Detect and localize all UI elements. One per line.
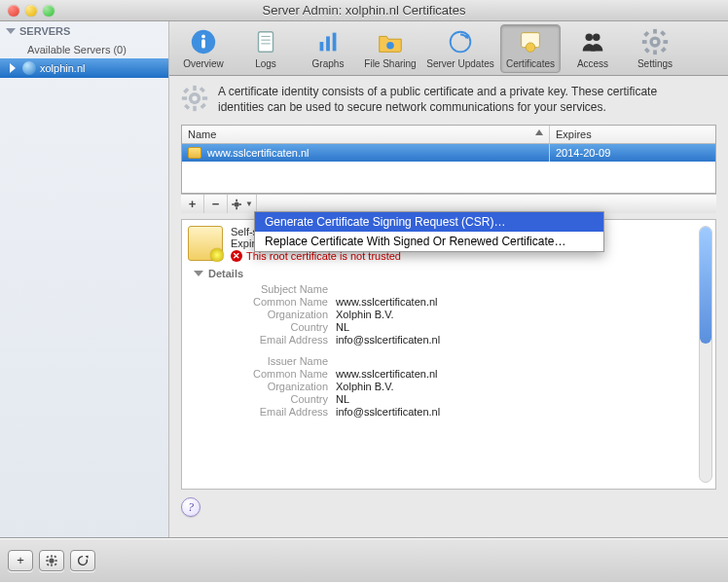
tool-label: Server Updates bbox=[426, 58, 493, 69]
svg-rect-8 bbox=[326, 36, 330, 51]
svg-rect-48 bbox=[55, 563, 57, 566]
kv-value: NL bbox=[336, 393, 349, 405]
main-pane: Overview Logs Graphs File Sharing Server… bbox=[169, 21, 728, 537]
cert-expires: 2014-20-09 bbox=[550, 144, 715, 162]
svg-rect-9 bbox=[333, 33, 337, 52]
svg-point-26 bbox=[653, 40, 658, 45]
svg-rect-25 bbox=[644, 48, 650, 54]
add-button[interactable]: + bbox=[181, 195, 204, 213]
svg-rect-40 bbox=[232, 203, 234, 205]
footer-gear-button[interactable] bbox=[39, 550, 64, 571]
issuer-name-header: Issuer Name bbox=[231, 355, 336, 367]
menu-item-replace-cert[interactable]: Replace Certificate With Signed Or Renew… bbox=[255, 232, 603, 251]
sort-indicator-icon bbox=[535, 129, 543, 135]
sidebar-item-xolphin[interactable]: xolphin.nl bbox=[0, 58, 168, 78]
col-header-name[interactable]: Name bbox=[182, 126, 550, 143]
kv-value: www.sslcertificaten.nl bbox=[336, 368, 438, 380]
tool-label: Settings bbox=[637, 58, 673, 69]
help-button[interactable]: ? bbox=[181, 497, 200, 517]
svg-rect-29 bbox=[193, 106, 197, 111]
svg-point-11 bbox=[451, 32, 471, 53]
titlebar: Server Admin: xolphin.nl Certificates bbox=[0, 0, 728, 21]
kv-key: Email Address bbox=[231, 406, 336, 418]
cert-name: www.sslcertificaten.nl bbox=[207, 147, 309, 159]
table-row[interactable]: www.sslcertificaten.nl 2014-20-09 bbox=[182, 144, 715, 162]
close-icon[interactable] bbox=[8, 5, 19, 17]
chevron-down-icon bbox=[194, 271, 203, 276]
tool-graphs[interactable]: Graphs bbox=[298, 24, 358, 73]
svg-rect-32 bbox=[183, 88, 189, 93]
kv-key: Country bbox=[231, 393, 336, 405]
svg-rect-44 bbox=[51, 564, 53, 566]
window-controls bbox=[8, 5, 55, 17]
tool-certificates[interactable]: Certificates bbox=[500, 24, 561, 73]
svg-point-1 bbox=[201, 35, 205, 39]
gear-icon bbox=[231, 198, 244, 211]
certificate-icon bbox=[188, 226, 223, 261]
logs-icon bbox=[251, 27, 280, 56]
sidebar-section-servers[interactable]: SERVERS bbox=[0, 21, 168, 41]
svg-point-42 bbox=[49, 558, 54, 563]
svg-rect-50 bbox=[47, 563, 50, 566]
kv-key: Organization bbox=[231, 381, 336, 392]
minimize-icon[interactable] bbox=[25, 5, 37, 17]
svg-rect-47 bbox=[47, 555, 50, 558]
svg-rect-41 bbox=[239, 203, 241, 205]
svg-rect-39 bbox=[236, 207, 237, 209]
graphs-icon bbox=[313, 27, 343, 56]
svg-marker-51 bbox=[86, 555, 89, 558]
svg-rect-28 bbox=[193, 86, 197, 91]
certificate-detail: Self-signed root certificate Expires: Th… bbox=[181, 219, 716, 490]
footer-add-button[interactable]: + bbox=[8, 550, 33, 571]
svg-rect-7 bbox=[320, 42, 324, 51]
tool-access[interactable]: Access bbox=[563, 24, 623, 73]
kv-value: www.sslcertificaten.nl bbox=[336, 296, 438, 308]
svg-rect-20 bbox=[642, 40, 647, 44]
globe-icon bbox=[22, 61, 36, 75]
tool-label: Certificates bbox=[506, 58, 555, 69]
svg-rect-21 bbox=[663, 40, 668, 44]
table-header: Name Expires bbox=[182, 126, 715, 144]
kv-key: Common Name bbox=[231, 296, 336, 308]
sidebar-item-label: xolphin.nl bbox=[40, 62, 85, 74]
table-footer-buttons: + − ▼ bbox=[181, 194, 716, 213]
svg-rect-19 bbox=[653, 50, 657, 55]
sidebar-item-available-servers[interactable]: Available Servers (0) bbox=[0, 41, 168, 58]
kv-value: Xolphin B.V. bbox=[336, 309, 394, 320]
kv-key: Organization bbox=[231, 309, 336, 320]
window-title: Server Admin: xolphin.nl Certificates bbox=[0, 3, 728, 18]
tool-overview[interactable]: Overview bbox=[173, 24, 234, 73]
zoom-icon[interactable] bbox=[43, 5, 55, 17]
svg-rect-49 bbox=[54, 555, 56, 558]
tool-label: Graphs bbox=[312, 58, 345, 69]
error-icon: ✕ bbox=[231, 250, 242, 262]
details-disclosure[interactable]: Details bbox=[194, 268, 708, 279]
tool-label: Overview bbox=[183, 58, 224, 69]
gear-icon bbox=[45, 554, 58, 567]
svg-point-10 bbox=[386, 42, 394, 50]
tool-file-sharing[interactable]: File Sharing bbox=[360, 24, 420, 73]
svg-rect-23 bbox=[661, 47, 667, 53]
tool-settings[interactable]: Settings bbox=[625, 24, 685, 73]
remove-button[interactable]: − bbox=[204, 195, 228, 213]
tool-label: Logs bbox=[255, 58, 276, 69]
kv-key: Country bbox=[231, 321, 336, 333]
kv-key: Email Address bbox=[231, 334, 336, 346]
folder-icon bbox=[376, 27, 405, 56]
tool-server-updates[interactable]: Server Updates bbox=[422, 24, 498, 73]
info-strip: A certificate identity consists of a pub… bbox=[169, 76, 728, 125]
footer-refresh-button[interactable] bbox=[70, 550, 95, 571]
chevron-down-icon bbox=[6, 28, 16, 34]
col-header-expires[interactable]: Expires bbox=[550, 126, 715, 143]
tool-logs[interactable]: Logs bbox=[236, 24, 296, 73]
scrollbar-thumb[interactable] bbox=[700, 227, 711, 344]
chevron-down-icon: ▼ bbox=[245, 200, 253, 208]
svg-rect-43 bbox=[51, 555, 53, 557]
svg-rect-3 bbox=[259, 32, 273, 53]
svg-rect-46 bbox=[55, 560, 57, 562]
svg-point-37 bbox=[235, 201, 239, 206]
menu-item-generate-csr[interactable]: Generate Certificate Signing Request (CS… bbox=[255, 212, 603, 232]
gear-menu-button[interactable]: ▼ bbox=[228, 195, 257, 213]
svg-rect-38 bbox=[236, 200, 237, 201]
sidebar: SERVERS Available Servers (0) xolphin.nl bbox=[0, 21, 169, 537]
